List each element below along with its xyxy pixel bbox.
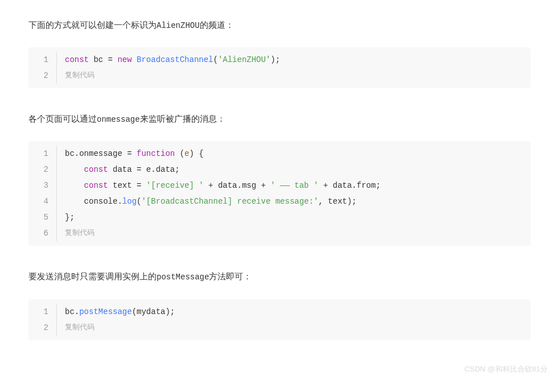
code-line-copy: 6 复制代码: [28, 225, 531, 241]
line-number: 2: [28, 162, 57, 178]
paragraph-3: 要发送消息时只需要调用实例上的postMessage方法即可：: [28, 269, 531, 284]
watermark: CSDN @和科比合砍81分: [465, 364, 548, 374]
code-line-copy: 2 复制代码: [28, 68, 531, 84]
p3-suffix: 方法即可：: [209, 271, 252, 281]
code-content: const data = e.data;: [57, 162, 180, 178]
line-number: 4: [28, 193, 57, 209]
p3-inline-code: postMessage: [157, 273, 209, 282]
code-line: 2 const data = e.data;: [28, 162, 531, 178]
code-content: };: [57, 209, 75, 225]
code-line-copy: 2 复制代码: [28, 320, 531, 336]
paragraph-2: 各个页面可以通过onmessage来监听被广播的消息：: [28, 111, 531, 127]
code-line: 3 const text = '[receive] ' + data.msg +…: [28, 178, 531, 193]
code-content: bc.onmessage = function (e) {: [57, 146, 204, 162]
line-number: 2: [28, 320, 57, 336]
line-number: 3: [28, 178, 57, 193]
code-line: 1 bc.onmessage = function (e) {: [28, 146, 531, 162]
p1-inline-code: AlienZHOU: [157, 21, 200, 30]
code-block-2: 1 bc.onmessage = function (e) { 2 const …: [28, 141, 531, 246]
p1-prefix: 下面的方式就可以创建一个标识为: [28, 20, 157, 30]
copy-code-button[interactable]: 复制代码: [57, 226, 94, 241]
p2-suffix: 来监听被广播的消息：: [140, 114, 225, 123]
p2-inline-code: onmessage: [97, 115, 140, 124]
line-number: 6: [28, 225, 57, 241]
code-line: 4 console.log('[BroadcastChannel] receiv…: [28, 193, 531, 209]
line-number: 5: [28, 209, 57, 225]
code-content: console.log('[BroadcastChannel] receive …: [57, 193, 357, 209]
paragraph-1: 下面的方式就可以创建一个标识为AlienZHOU的频道：: [28, 17, 531, 33]
code-line: 5 };: [28, 209, 531, 225]
code-block-3: 1 bc.postMessage(mydata); 2 复制代码: [28, 299, 531, 340]
p1-suffix: 的频道：: [200, 20, 234, 30]
line-number: 1: [28, 304, 57, 320]
p2-prefix: 各个页面可以通过: [28, 114, 97, 123]
copy-code-button[interactable]: 复制代码: [57, 68, 94, 83]
code-content: const bc = new BroadcastChannel('AlienZH…: [57, 52, 280, 68]
code-line: 1 bc.postMessage(mydata);: [28, 304, 531, 320]
p3-prefix: 要发送消息时只需要调用实例上的: [28, 271, 157, 281]
code-line: 1 const bc = new BroadcastChannel('Alien…: [28, 52, 531, 68]
line-number: 2: [28, 68, 57, 84]
line-number: 1: [28, 146, 57, 162]
code-content: const text = '[receive] ' + data.msg + '…: [57, 178, 381, 193]
line-number: 1: [28, 52, 57, 68]
copy-code-button[interactable]: 复制代码: [57, 320, 94, 335]
code-content: bc.postMessage(mydata);: [57, 304, 175, 320]
code-block-1: 1 const bc = new BroadcastChannel('Alien…: [28, 47, 531, 88]
